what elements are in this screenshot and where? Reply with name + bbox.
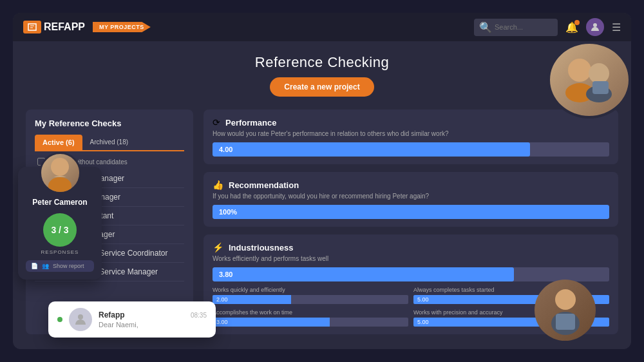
industriousness-title: Industriousness bbox=[229, 243, 293, 252]
bottom-right-photo bbox=[535, 280, 596, 341]
panel-title: My Reference Checks bbox=[35, 119, 184, 128]
message-header: Refapp 08:35 bbox=[99, 310, 207, 319]
sub-metric-bar: 2.00 bbox=[213, 295, 408, 304]
sub-metric-label: Accomplishes the work on time bbox=[213, 309, 408, 316]
svg-point-9 bbox=[555, 289, 576, 310]
sub-metric-value: 3.00 bbox=[216, 319, 228, 325]
app-container: REFAPP MY PROJECTS 🔍 🔔 ☰ Reference Check… bbox=[13, 13, 631, 349]
recommendation-icon: 👍 bbox=[213, 180, 223, 190]
message-content: Refapp 08:35 Dear Naemi, bbox=[99, 310, 207, 329]
recommendation-subtitle: If you had the opportunity, would you hi… bbox=[213, 193, 609, 200]
svg-point-6 bbox=[51, 158, 69, 176]
performance-subtitle: How would you rate Peter's performance i… bbox=[213, 130, 609, 137]
search-area: 🔍 bbox=[474, 19, 558, 36]
sub-metric-value: 2.00 bbox=[216, 296, 228, 303]
navbar: REFAPP MY PROJECTS 🔍 🔔 ☰ bbox=[13, 13, 631, 41]
tab-archived[interactable]: Archived (18) bbox=[82, 135, 136, 150]
svg-point-7 bbox=[48, 177, 71, 193]
performance-bar: 4.00 bbox=[213, 142, 609, 157]
svg-point-0 bbox=[593, 23, 597, 27]
sub-metric-value: 5.00 bbox=[417, 296, 429, 303]
sub-metric-label: Works quickly and efficiently bbox=[213, 287, 408, 293]
industriousness-header: ⚡ Industriousness bbox=[213, 242, 609, 252]
sub-metric-value: 5.00 bbox=[417, 319, 429, 325]
industriousness-bar: 3.80 bbox=[213, 267, 609, 281]
performance-bar-fill bbox=[213, 142, 530, 157]
notification-dot bbox=[574, 20, 580, 25]
svg-point-8 bbox=[78, 314, 83, 319]
performance-icon: ⟳ bbox=[213, 117, 220, 128]
svg-point-3 bbox=[589, 63, 609, 84]
peter-cameron-card: Peter Cameron 3 / 3 RESPONSES 📄 👥 Show r… bbox=[18, 167, 102, 280]
svg-point-1 bbox=[568, 59, 591, 82]
sub-metric: Accomplishes the work on time 3.00 bbox=[213, 309, 408, 327]
doc-icon: 📄 bbox=[31, 263, 38, 269]
nav-item[interactable]: MY PROJECTS bbox=[93, 22, 151, 32]
page-title: Reference Checking bbox=[26, 54, 618, 71]
industriousness-value: 3.80 bbox=[219, 271, 232, 278]
responses-circle: 3 / 3 bbox=[43, 213, 77, 247]
svg-rect-5 bbox=[592, 81, 609, 94]
sub-metric-bar: 3.00 bbox=[213, 318, 408, 327]
peter-avatar bbox=[39, 152, 81, 194]
performance-value: 4.00 bbox=[219, 146, 232, 153]
people-icon: 👥 bbox=[42, 263, 49, 269]
search-icon: 🔍 bbox=[479, 21, 492, 33]
tab-active[interactable]: Active (6) bbox=[35, 135, 82, 150]
peter-name: Peter Cameron bbox=[26, 198, 94, 207]
sub-metric: Works quickly and efficiently 2.00 bbox=[213, 287, 408, 304]
performance-header: ⟳ Performance bbox=[213, 117, 609, 128]
search-input[interactable] bbox=[495, 23, 553, 31]
message-card[interactable]: Refapp 08:35 Dear Naemi, bbox=[48, 301, 216, 338]
industriousness-icon: ⚡ bbox=[213, 242, 223, 252]
recommendation-bar: 100% bbox=[213, 205, 609, 219]
logo-text: REFAPP bbox=[44, 21, 85, 33]
navbar-right: 🔍 🔔 ☰ bbox=[474, 18, 621, 36]
recommendation-title: Recommendation bbox=[229, 180, 299, 190]
sub-metric-fill bbox=[213, 318, 330, 327]
svg-rect-11 bbox=[556, 314, 575, 330]
recommendation-value: 100% bbox=[219, 208, 237, 216]
notification-bell[interactable]: 🔔 bbox=[565, 21, 578, 33]
top-right-photo bbox=[547, 41, 631, 119]
tabs-row: Active (6) Archived (18) bbox=[35, 135, 184, 151]
recommendation-header: 👍 Recommendation bbox=[213, 180, 609, 190]
logo: REFAPP bbox=[23, 21, 85, 33]
performance-card: ⟳ Performance How would you rate Peter's… bbox=[204, 110, 618, 164]
message-time: 08:35 bbox=[191, 312, 207, 319]
menu-icon[interactable]: ☰ bbox=[612, 21, 621, 33]
message-avatar bbox=[69, 308, 92, 331]
create-project-button[interactable]: Create a new project bbox=[270, 77, 374, 97]
nav-avatar[interactable] bbox=[586, 18, 604, 36]
industriousness-subtitle: Works efficiently and performs tasks wel… bbox=[213, 255, 609, 262]
responses-label: RESPONSES bbox=[26, 249, 94, 255]
panels: My Reference Checks Active (6) Archived … bbox=[26, 110, 618, 334]
main-content: Reference Checking Create a new project … bbox=[13, 41, 631, 347]
message-dot bbox=[57, 317, 62, 322]
recommendation-bar-fill bbox=[213, 205, 609, 219]
recommendation-card: 👍 Recommendation If you had the opportun… bbox=[204, 172, 618, 227]
performance-title: Performance bbox=[225, 118, 276, 128]
message-text: Dear Naemi, bbox=[99, 321, 207, 329]
show-report[interactable]: 📄 👥 Show report bbox=[26, 260, 94, 272]
industriousness-bar-fill bbox=[213, 267, 514, 281]
logo-icon bbox=[23, 21, 41, 33]
message-sender: Refapp bbox=[99, 310, 125, 319]
